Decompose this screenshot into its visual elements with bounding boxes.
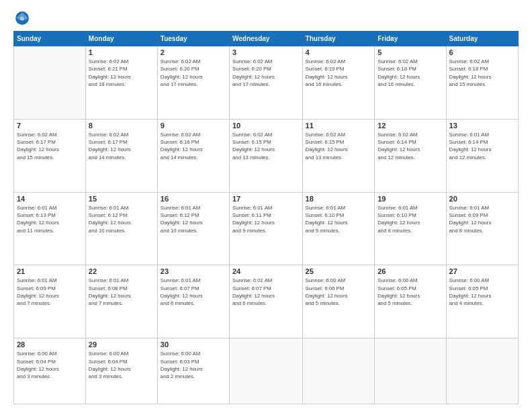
day-info: Sunrise: 6:02 AM Sunset: 6:20 PM Dayligh… — [161, 58, 226, 88]
calendar-cell: 19Sunrise: 6:01 AM Sunset: 6:10 PM Dayli… — [375, 192, 446, 265]
day-number: 27 — [449, 267, 515, 275]
calendar-cell — [229, 338, 302, 404]
day-info: Sunrise: 6:01 AM Sunset: 6:12 PM Dayligh… — [161, 204, 226, 234]
day-number: 6 — [449, 48, 515, 56]
calendar-cell: 10Sunrise: 6:02 AM Sunset: 6:15 PM Dayli… — [229, 119, 302, 192]
day-info: Sunrise: 6:02 AM Sunset: 6:17 PM Dayligh… — [89, 131, 154, 161]
day-number: 2 — [161, 48, 226, 56]
day-number: 7 — [17, 122, 83, 130]
calendar-cell — [302, 338, 375, 404]
day-number: 13 — [449, 122, 515, 130]
calendar-cell: 3Sunrise: 6:02 AM Sunset: 6:20 PM Daylig… — [229, 46, 302, 120]
day-number: 5 — [378, 48, 443, 56]
calendar-cell: 27Sunrise: 6:00 AM Sunset: 6:05 PM Dayli… — [446, 265, 518, 338]
day-number: 22 — [89, 267, 154, 275]
calendar-cell: 29Sunrise: 6:00 AM Sunset: 6:04 PM Dayli… — [85, 338, 157, 404]
day-info: Sunrise: 6:01 AM Sunset: 6:08 PM Dayligh… — [89, 277, 154, 307]
day-number: 1 — [89, 48, 154, 56]
day-info: Sunrise: 6:01 AM Sunset: 6:14 PM Dayligh… — [449, 131, 515, 161]
calendar-cell: 1Sunrise: 6:02 AM Sunset: 6:21 PM Daylig… — [85, 46, 157, 120]
day-number: 29 — [89, 340, 154, 349]
day-info: Sunrise: 6:01 AM Sunset: 6:07 PM Dayligh… — [161, 277, 226, 307]
day-number: 19 — [378, 195, 443, 203]
calendar-cell: 9Sunrise: 6:02 AM Sunset: 6:16 PM Daylig… — [157, 119, 229, 192]
calendar-week-row: 1Sunrise: 6:02 AM Sunset: 6:21 PM Daylig… — [14, 46, 519, 120]
calendar-cell: 23Sunrise: 6:01 AM Sunset: 6:07 PM Dayli… — [157, 265, 229, 338]
day-number: 10 — [232, 122, 300, 130]
weekday-header: Tuesday — [157, 32, 229, 46]
day-number: 4 — [306, 48, 372, 56]
day-number: 23 — [161, 267, 226, 275]
day-info: Sunrise: 6:01 AM Sunset: 6:13 PM Dayligh… — [17, 204, 83, 234]
day-info: Sunrise: 6:02 AM Sunset: 6:21 PM Dayligh… — [89, 58, 154, 88]
day-info: Sunrise: 6:01 AM Sunset: 6:10 PM Dayligh… — [306, 204, 372, 234]
calendar-cell: 25Sunrise: 6:00 AM Sunset: 6:06 PM Dayli… — [302, 265, 375, 338]
day-info: Sunrise: 6:02 AM Sunset: 6:15 PM Dayligh… — [232, 131, 300, 161]
calendar-cell: 15Sunrise: 6:01 AM Sunset: 6:12 PM Dayli… — [85, 192, 157, 265]
calendar-cell: 12Sunrise: 6:02 AM Sunset: 6:14 PM Dayli… — [375, 119, 446, 192]
calendar-cell: 24Sunrise: 6:01 AM Sunset: 6:07 PM Dayli… — [229, 265, 302, 338]
calendar-cell: 6Sunrise: 6:02 AM Sunset: 6:18 PM Daylig… — [446, 46, 518, 120]
calendar-cell — [14, 46, 86, 120]
day-info: Sunrise: 6:02 AM Sunset: 6:16 PM Dayligh… — [161, 131, 226, 161]
day-info: Sunrise: 6:00 AM Sunset: 6:04 PM Dayligh… — [17, 350, 83, 380]
logo: G — [13, 11, 30, 26]
day-info: Sunrise: 6:02 AM Sunset: 6:15 PM Dayligh… — [306, 131, 372, 161]
day-info: Sunrise: 6:01 AM Sunset: 6:10 PM Dayligh… — [378, 204, 443, 234]
calendar-cell: 20Sunrise: 6:01 AM Sunset: 6:09 PM Dayli… — [446, 192, 518, 265]
page: G SundayMondayTuesdayWednesdayThursdayFr… — [0, 0, 532, 411]
calendar-cell: 2Sunrise: 6:02 AM Sunset: 6:20 PM Daylig… — [157, 46, 229, 120]
day-info: Sunrise: 6:01 AM Sunset: 6:12 PM Dayligh… — [89, 204, 154, 234]
weekday-header: Sunday — [14, 32, 86, 46]
day-number: 26 — [378, 267, 443, 275]
calendar-cell: 26Sunrise: 6:00 AM Sunset: 6:05 PM Dayli… — [375, 265, 446, 338]
weekday-header: Friday — [375, 32, 446, 46]
calendar-cell: 22Sunrise: 6:01 AM Sunset: 6:08 PM Dayli… — [85, 265, 157, 338]
calendar-week-row: 7Sunrise: 6:02 AM Sunset: 6:17 PM Daylig… — [14, 119, 519, 192]
day-info: Sunrise: 6:00 AM Sunset: 6:04 PM Dayligh… — [89, 350, 154, 380]
calendar-cell: 28Sunrise: 6:00 AM Sunset: 6:04 PM Dayli… — [14, 338, 86, 404]
day-info: Sunrise: 6:02 AM Sunset: 6:17 PM Dayligh… — [17, 131, 83, 161]
day-number: 21 — [17, 267, 83, 275]
day-number: 16 — [161, 195, 226, 203]
header: G — [13, 11, 519, 26]
day-number: 30 — [161, 340, 226, 349]
day-number: 28 — [17, 340, 83, 349]
day-info: Sunrise: 6:02 AM Sunset: 6:20 PM Dayligh… — [232, 58, 300, 88]
day-info: Sunrise: 6:00 AM Sunset: 6:06 PM Dayligh… — [306, 277, 372, 307]
calendar-cell: 13Sunrise: 6:01 AM Sunset: 6:14 PM Dayli… — [446, 119, 518, 192]
calendar-cell: 4Sunrise: 6:02 AM Sunset: 6:19 PM Daylig… — [302, 46, 375, 120]
day-info: Sunrise: 6:02 AM Sunset: 6:19 PM Dayligh… — [306, 58, 372, 88]
day-info: Sunrise: 6:01 AM Sunset: 6:07 PM Dayligh… — [232, 277, 300, 307]
day-info: Sunrise: 6:02 AM Sunset: 6:18 PM Dayligh… — [378, 58, 443, 88]
svg-text:G: G — [20, 15, 24, 21]
calendar-cell — [446, 338, 518, 404]
day-info: Sunrise: 6:01 AM Sunset: 6:11 PM Dayligh… — [232, 204, 300, 234]
calendar-cell: 5Sunrise: 6:02 AM Sunset: 6:18 PM Daylig… — [375, 46, 446, 120]
calendar-week-row: 14Sunrise: 6:01 AM Sunset: 6:13 PM Dayli… — [14, 192, 519, 265]
calendar-cell: 7Sunrise: 6:02 AM Sunset: 6:17 PM Daylig… — [14, 119, 86, 192]
weekday-header: Wednesday — [229, 32, 302, 46]
day-info: Sunrise: 6:01 AM Sunset: 6:09 PM Dayligh… — [17, 277, 83, 307]
day-info: Sunrise: 6:02 AM Sunset: 6:18 PM Dayligh… — [449, 58, 515, 88]
day-number: 12 — [378, 122, 443, 130]
calendar-cell: 18Sunrise: 6:01 AM Sunset: 6:10 PM Dayli… — [302, 192, 375, 265]
calendar-cell: 14Sunrise: 6:01 AM Sunset: 6:13 PM Dayli… — [14, 192, 86, 265]
day-number: 11 — [306, 122, 372, 130]
calendar-cell: 16Sunrise: 6:01 AM Sunset: 6:12 PM Dayli… — [157, 192, 229, 265]
day-info: Sunrise: 6:00 AM Sunset: 6:05 PM Dayligh… — [449, 277, 515, 307]
day-number: 9 — [161, 122, 226, 130]
day-number: 24 — [232, 267, 300, 275]
day-number: 25 — [306, 267, 372, 275]
calendar-cell — [375, 338, 446, 404]
calendar-week-row: 21Sunrise: 6:01 AM Sunset: 6:09 PM Dayli… — [14, 265, 519, 338]
calendar-cell: 11Sunrise: 6:02 AM Sunset: 6:15 PM Dayli… — [302, 119, 375, 192]
day-number: 3 — [232, 48, 300, 56]
calendar-cell: 21Sunrise: 6:01 AM Sunset: 6:09 PM Dayli… — [14, 265, 86, 338]
day-number: 8 — [89, 122, 154, 130]
calendar-cell: 8Sunrise: 6:02 AM Sunset: 6:17 PM Daylig… — [85, 119, 157, 192]
day-info: Sunrise: 6:00 AM Sunset: 6:05 PM Dayligh… — [378, 277, 443, 307]
day-number: 15 — [89, 195, 154, 203]
day-number: 20 — [449, 195, 515, 203]
calendar-cell: 17Sunrise: 6:01 AM Sunset: 6:11 PM Dayli… — [229, 192, 302, 265]
